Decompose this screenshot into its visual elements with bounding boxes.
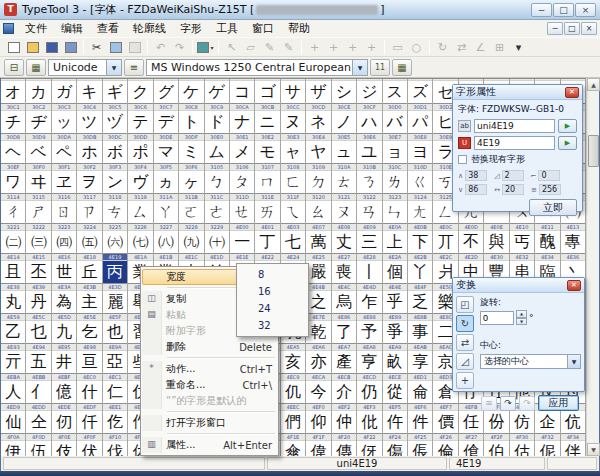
glyph-cell-3225[interactable]: 3225㈥ <box>103 223 128 253</box>
glyph-cell-4EC9[interactable]: 4EC9仉 <box>281 373 306 403</box>
width-option-8[interactable]: 8 <box>238 266 307 283</box>
chevron-down-icon[interactable]: ▼ <box>352 60 367 75</box>
menu-item-5[interactable]: 工具 <box>209 20 245 37</box>
glyph-cell-30B1[interactable]: 30B1ケ <box>179 78 204 103</box>
glyph-cell-3124[interactable]: 3124ㄤ <box>408 193 433 223</box>
scroll-down-button[interactable]: ▼ <box>587 443 600 456</box>
glyph-cell-311C[interactable]: 311Cㄜ <box>205 193 230 223</box>
erase-tool-button[interactable]: ▱ <box>241 39 260 56</box>
glyph-cell-310A[interactable]: 310Aㄊ <box>332 163 357 193</box>
cut-button[interactable]: ✂ <box>87 39 106 56</box>
glyph-cell-30DD[interactable]: 30DDポ <box>128 133 153 163</box>
close-icon[interactable]: ✕ <box>565 87 579 98</box>
glyph-cell-4ECD[interactable]: 4ECD仍 <box>357 373 382 403</box>
glyph-cell-30AA[interactable]: 30AAオ <box>1 78 26 103</box>
glyph-cell-4EE1[interactable]: 4EE1仡 <box>103 403 128 433</box>
add-tangent-tool-button[interactable]: + <box>343 39 362 56</box>
glyph-cell-4EAB[interactable]: 4EAB享 <box>408 343 433 373</box>
copy-transform-button[interactable]: ↷ <box>500 396 516 411</box>
generate-name-button[interactable]: ▶ <box>558 119 577 133</box>
glyph-cell-3109[interactable]: 3109ㄉ <box>306 163 331 193</box>
glyph-cell-4EBA[interactable]: 4EBA人 <box>1 373 26 403</box>
glyph-cell-4F0F[interactable]: 4F0F伏 <box>77 433 102 456</box>
glyph-cell-4E3B[interactable]: 4E3B主 <box>77 283 102 313</box>
menu-item-2[interactable]: 查看 <box>90 20 126 37</box>
context-menu-item-open-glyph-window[interactable]: 打开字形窗口 <box>142 415 277 431</box>
glyph-cell-30DC[interactable]: 30DCボ <box>103 133 128 163</box>
glyph-cell-30DF[interactable]: 30DFミ <box>179 133 204 163</box>
glyph-cell-4E08[interactable]: 4E08丈 <box>332 223 357 253</box>
glyph-cell-4E2A[interactable]: 4E2A個 <box>383 253 408 283</box>
glyph-cell-4ECB[interactable]: 4ECB介 <box>332 373 357 403</box>
rotate-tool-button[interactable]: ↻ <box>433 39 452 56</box>
glyph-cell-30E5[interactable]: 30E5ュ <box>332 133 357 163</box>
glyph-cell-3105[interactable]: 3105ㄅ <box>205 163 230 193</box>
quick-test-button[interactable]: ▾ <box>196 39 215 56</box>
new-button[interactable] <box>4 39 23 56</box>
context-menu-item-delete[interactable]: 删除Delete <box>142 339 277 355</box>
glyph-cell-4EA8[interactable]: 4EA8亨 <box>357 343 382 373</box>
glyph-cell-30B8[interactable]: 30B8ジ <box>357 78 382 103</box>
glyph-cell-30AB[interactable]: 30ABカ <box>26 78 51 103</box>
panel-toggle-button[interactable]: ⊟ <box>4 59 24 76</box>
add-curve-tool-button[interactable]: + <box>324 39 343 56</box>
glyph-cell-4EF3[interactable]: 4EF3仳 <box>357 403 382 433</box>
glyph-cell-3120[interactable]: 3120ㄠ <box>306 193 331 223</box>
paste-transform-button[interactable]: ↷ <box>519 396 535 411</box>
glyph-cell-4E5C[interactable]: 4E5C乜 <box>26 313 51 343</box>
glyph-cell-4E5F[interactable]: 4E5F也 <box>103 313 128 343</box>
reset-transform-button[interactable]: ≡ <box>481 396 497 411</box>
chevron-down-icon[interactable]: ▼ <box>106 60 121 75</box>
glyph-cell-30C6[interactable]: 30C6テ <box>128 103 153 133</box>
glyph-cell-4E59[interactable]: 4E59乙 <box>1 313 26 343</box>
width-option-32[interactable]: 32 <box>238 317 307 334</box>
menu-item-7[interactable]: 帮助 <box>281 20 317 37</box>
glyph-cell-3106[interactable]: 3106ㄆ <box>230 163 255 193</box>
encoding-mode-select[interactable]: Unicode ▼ <box>48 59 122 76</box>
context-menu-item-glyph-is-default[interactable]: “”的字形是默认的 <box>142 393 277 409</box>
glyph-cell-4E38[interactable]: 4E38丸 <box>1 283 26 313</box>
menu-item-6[interactable]: 窗口 <box>245 20 281 37</box>
palette-title-bar[interactable]: 字形属性 ✕ <box>453 85 582 100</box>
glyph-cell-30C2[interactable]: 30C2ヂ <box>26 103 51 133</box>
glyph-cell-4EDD[interactable]: 4EDD仝 <box>26 403 51 433</box>
glyph-cell-3118[interactable]: 3118ㄘ <box>103 193 128 223</box>
draw-tool-button[interactable]: ✎ <box>260 39 279 56</box>
glyph-cell-30E7[interactable]: 30E7ョ <box>383 133 408 163</box>
glyph-cell-4E07[interactable]: 4E07萬 <box>306 223 331 253</box>
glyph-cell-30B5[interactable]: 30B5サ <box>281 78 306 103</box>
rotate-angle-input[interactable] <box>480 311 514 325</box>
glyph-cell-4EA9[interactable]: 4EA9畝 <box>383 343 408 373</box>
glyph-cell-311E[interactable]: 311Eㄞ <box>255 193 280 223</box>
glyph-cell-4F34[interactable]: 4F34伴 <box>561 433 586 456</box>
glyph-cell-30F6[interactable]: 30F6ヶ <box>179 163 204 193</box>
glyph-cell-30DB[interactable]: 30DBホ <box>77 133 102 163</box>
slant-tool-button[interactable]: ∠ <box>471 39 490 56</box>
save-button[interactable] <box>42 39 61 56</box>
glyph-cell-30CC[interactable]: 30CCヌ <box>281 103 306 133</box>
glyph-cell-4F25[interactable]: 4F25倀 <box>408 433 433 456</box>
glyph-cell-30BA[interactable]: 30BAズ <box>408 78 433 103</box>
glyph-cell-30D0[interactable]: 30D0バ <box>383 103 408 133</box>
glyph-cell-30E3[interactable]: 30E3ャ <box>281 133 306 163</box>
glyph-cell-4EDE[interactable]: 4EDE仞 <box>52 403 77 433</box>
glyph-cell-30E1[interactable]: 30E1メ <box>230 133 255 163</box>
glyph-cell-4F20[interactable]: 4F20傳 <box>332 433 357 456</box>
glyph-cell-30B9[interactable]: 30B9ス <box>383 78 408 103</box>
glyph-cell-4ECE[interactable]: 4ECE從 <box>383 373 408 403</box>
glyph-cell-4F0E[interactable]: 4F0E伎 <box>52 433 77 456</box>
maximize-button[interactable]: □ <box>553 3 574 17</box>
menu-item-1[interactable]: 编辑 <box>54 20 90 37</box>
glyph-cell-4E3A[interactable]: 4E3A為 <box>52 283 77 313</box>
glyph-cell-4E98[interactable]: 4E98亘 <box>77 343 102 373</box>
glyph-cell-30F3[interactable]: 30F3ン <box>103 163 128 193</box>
glyph-cell-4ED1[interactable]: 4ED1侖 <box>408 373 433 403</box>
context-menu-item-rename[interactable]: 重命名...Ctrl+\ <box>142 377 277 393</box>
glyph-cell-4E3D[interactable]: 4E3D麗 <box>103 283 128 313</box>
menu-item-4[interactable]: 字形 <box>173 20 209 37</box>
glyph-cell-4E14[interactable]: 4E14且 <box>1 253 26 283</box>
glyph-cell-30C5[interactable]: 30C5ヅ <box>103 103 128 133</box>
glyph-cell-3224[interactable]: 3224㈤ <box>77 223 102 253</box>
glyph-cell-310B[interactable]: 310Bㄋ <box>357 163 382 193</box>
glyph-cell-30B4[interactable]: 30B4ゴ <box>255 78 280 103</box>
